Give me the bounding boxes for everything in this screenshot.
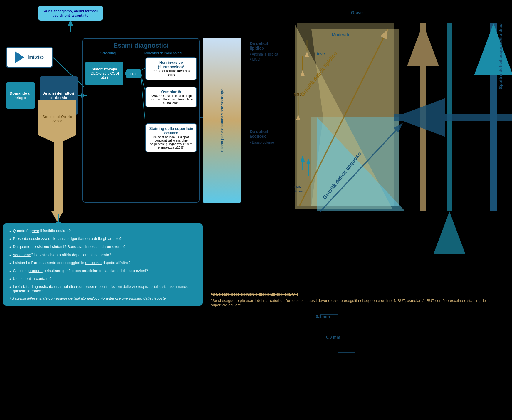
bullet-4: • Vede bene? La vista diventa nitida dop… (9, 253, 196, 258)
noninvasivo-body: Tempo di rottura lacrimale <10s (149, 69, 193, 77)
plus1-label: +1 di (130, 72, 137, 75)
mm-00-label: 0.0 mm (326, 335, 340, 340)
deficit-acquoso-box: Da deficit acquoso • Basso volume (247, 126, 285, 148)
staining-title: Staining della superficie oculare (149, 126, 193, 135)
osmolarita-box: Osmolarità ≥308 mOsm/L in in uno degli o… (145, 87, 197, 107)
bottom-footer-note: +diagnosi differenziale con esame dettag… (9, 296, 196, 300)
gravity-acquoso-label: Gravità deficit acquoso (322, 151, 362, 201)
svg-line-29 (320, 123, 402, 211)
bullet-3: • Da quanto persistono i sintomi? Sono s… (9, 244, 196, 250)
marcatori-label: Marcatori dell'omeostasi (144, 51, 182, 55)
moderato-label: Moderato (332, 32, 350, 37)
tmn-val: 0.0 mm (294, 189, 305, 193)
play-icon (15, 51, 24, 63)
bullet-8: • Le è stata diagnosticata una malattia … (9, 284, 196, 293)
bullet-2: • Presenta secchezza delle fauci o rigon… (9, 236, 196, 242)
staining-box: Staining della superficie oculare >5 spo… (145, 123, 197, 152)
sintomatologia-box: Sintomatologia (DEQ-5 ≥6 o OSDI ≥13) (85, 62, 123, 85)
classification-panel: Esami per classificazione sottotipo (203, 38, 241, 203)
svg-marker-22 (317, 117, 405, 211)
svg-marker-17 (297, 23, 394, 206)
grave-label: Grave (351, 10, 363, 15)
bottom-right-note: *Da usare solo se non è disponibile il N… (206, 288, 505, 311)
noninvasivo-title: Non invasivo (fluoresceina)* (149, 60, 193, 69)
classification-label: Esami per classificazione sottotipo (220, 38, 224, 203)
deficit-acquoso-title: Da deficit acquoso (250, 129, 282, 139)
bullet-1: • Quanto è grave il fastidio oculare? (9, 229, 196, 234)
staining-body: >5 spot corneali, >9 spot congiuntivali … (149, 135, 193, 149)
spettro-label: Spettro deficit acquoso/lipidico (498, 23, 503, 89)
osmolarita-body: ≥308 mOsm/L in in uno degli occhi o diff… (149, 94, 193, 105)
tmn-label: TMN (294, 185, 301, 189)
bullet-5: • I sintomi o l'arrossamento sono peggio… (9, 261, 196, 266)
mm-01-label: 0.1 mm (316, 314, 330, 319)
start-label: Inizio (27, 53, 44, 61)
sintomatologia-body: (DEQ-5 ≥6 o OSDI ≥13) (90, 71, 119, 80)
domande-label: Domande di triage (8, 91, 33, 100)
bottom-teal-box: • Quanto è grave il fastidio oculare? • … (3, 223, 203, 306)
svg-line-28 (300, 29, 388, 206)
note-body: *Se si eseguono più esami dei marcatori … (211, 298, 500, 307)
domande-box: Domande di triage (6, 82, 35, 109)
plus1-box: +1 di (126, 69, 141, 78)
note-title: *Da usare solo se non è disponibile il N… (211, 292, 500, 297)
top-info-text: Ad es. tabagismo, alcuni farmaci, uso di… (42, 9, 98, 18)
deficit-lipidico-item1: • Anomalia lipidica (250, 52, 282, 56)
gravity-lipidico-label: Gravità deficit lipidico (300, 51, 338, 98)
lieve-label: Lieve (314, 51, 325, 56)
deficit-lipidico-box: Da deficit lipidico • Anomalia lipidica … (247, 38, 285, 65)
sintomatologia-title: Sintomatologia (92, 67, 117, 71)
diagnostic-subtitles: Screening Marcatori dell'omeostasi (83, 51, 199, 56)
deficit-acquoso-item1: • Basso volume (250, 140, 282, 145)
sospetto-label: Sospetto di Occhio Secco (41, 115, 73, 123)
sintomatologia-text: Sintomatologia (DEQ-5 ≥6 o OSDI ≥13) (87, 67, 122, 80)
top-info-box: Ad es. tabagismo, alcuni farmaci, uso di… (38, 6, 103, 21)
screening-label: Screening (100, 51, 116, 55)
diagnostic-title: Esami diagnostici (83, 39, 199, 51)
bullet-6: • Gli occhi prudono o risultano gonfi o … (9, 268, 196, 274)
analisi-label: Analisi dei fattori di rischio (42, 91, 75, 100)
svg-marker-8 (51, 211, 63, 222)
svg-marker-21 (295, 25, 392, 209)
deficit-lipidico-title: Da deficit lipidico (250, 41, 282, 51)
bullet-7: • Usa le lenti a contatto? (9, 276, 196, 282)
main-container: Ad es. tabagismo, alcuni farmaci, uso di… (0, 0, 512, 420)
deficit-lipidico-item2: • MGD (250, 57, 282, 61)
noninvasivo-box: Non invasivo (fluoresceina)* Tempo di ro… (145, 57, 197, 80)
osmolarita-title: Osmolarità (149, 90, 193, 94)
sospetto-box: Sospetto di Occhio Secco (38, 100, 76, 144)
start-box: Inizio (6, 47, 53, 68)
diagnostic-main-title: Esami diagnostici (83, 42, 199, 49)
